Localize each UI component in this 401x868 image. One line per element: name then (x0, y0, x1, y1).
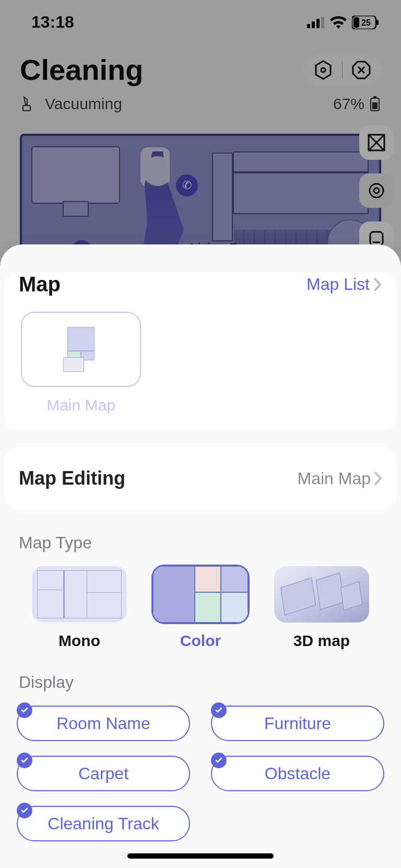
display-chip-furniture[interactable]: Furniture (211, 706, 384, 741)
map-type-3d-thumb (274, 566, 369, 623)
settings-icon[interactable] (313, 60, 334, 80)
display-chip-room-name[interactable]: Room Name (17, 706, 190, 741)
map-type-section-label: Map Type (0, 510, 401, 553)
check-icon (17, 803, 32, 818)
obstacle-badge-icon: ✆ (176, 174, 198, 196)
chip-label: Cleaning Track (48, 814, 159, 834)
map-card-main[interactable] (21, 312, 141, 387)
map-card-label: Main Map (21, 396, 141, 414)
map-type-mono-thumb (32, 566, 127, 623)
map-list-link[interactable]: Map List (306, 275, 382, 294)
svg-rect-0 (307, 24, 310, 28)
map-bottom-sheet: Map Map List Main Map Map Editing Main M… (0, 244, 401, 868)
map-type-mono-label: Mono (58, 632, 100, 650)
no-go-zone-button[interactable] (359, 125, 394, 160)
app-header: Cleaning (0, 32, 401, 91)
svg-rect-1 (312, 21, 315, 28)
chevron-right-icon (373, 277, 382, 292)
svg-point-9 (321, 68, 325, 72)
svg-rect-14 (372, 102, 378, 109)
map-type-color[interactable]: Color (149, 566, 252, 650)
svg-rect-3 (321, 17, 324, 28)
svg-point-19 (374, 188, 379, 193)
sheet-title: Map (19, 273, 61, 296)
map-type-color-label: Color (180, 632, 221, 650)
map-editing-row[interactable]: Map Editing Main Map (4, 447, 397, 510)
tv-furniture (31, 146, 120, 204)
tv-stand (63, 201, 89, 217)
svg-text:25: 25 (361, 18, 371, 27)
svg-rect-20 (370, 232, 383, 245)
cleaning-mode: Vacuuming (45, 95, 122, 113)
page-title: Cleaning (20, 53, 143, 87)
divider (342, 61, 343, 79)
map-thumbnail (63, 327, 99, 372)
status-icons: 25 (307, 16, 379, 29)
map-type-mono[interactable]: Mono (28, 566, 131, 650)
display-chip-obstacle[interactable]: Obstacle (211, 756, 384, 791)
svg-rect-2 (316, 19, 320, 28)
svg-rect-13 (373, 96, 376, 98)
svg-point-18 (370, 184, 383, 197)
svg-rect-5 (376, 20, 379, 25)
check-icon (211, 753, 227, 768)
display-chip-carpet[interactable]: Carpet (17, 756, 190, 791)
check-icon (211, 702, 227, 718)
robot-battery-icon (370, 96, 380, 112)
chip-label: Obstacle (265, 764, 331, 783)
map-type-3d-label: 3D map (293, 632, 350, 650)
cellular-icon (307, 17, 325, 28)
close-icon[interactable] (351, 60, 372, 80)
display-options: Room Name Furniture Carpet Obstacle Clea… (0, 692, 401, 862)
svg-rect-11 (23, 105, 30, 111)
svg-marker-8 (316, 61, 331, 79)
map-editing-value: Main Map (298, 469, 383, 488)
check-icon (17, 753, 32, 768)
display-chip-cleaning-track[interactable]: Cleaning Track (17, 806, 190, 841)
battery-icon: 25 (352, 16, 379, 29)
vacuum-icon (21, 96, 37, 112)
chip-label: Room Name (56, 714, 150, 733)
robot-battery-percent: 67% (333, 95, 364, 113)
locate-robot-button[interactable] (359, 173, 394, 208)
status-bar: 13:18 25 (0, 0, 401, 32)
subheader: Vacuuming 67% (0, 91, 401, 113)
chip-label: Furniture (264, 714, 331, 733)
check-icon (17, 702, 32, 718)
header-actions (303, 54, 381, 86)
saved-maps: Main Map (4, 296, 397, 430)
chip-label: Carpet (78, 764, 128, 783)
svg-rect-6 (353, 17, 359, 28)
sofa-seat (233, 172, 369, 214)
chevron-right-icon (374, 471, 382, 486)
sofa-arm (212, 153, 233, 241)
display-section-label: Display (0, 650, 401, 692)
map-type-options: Mono Color 3D map (0, 553, 401, 650)
map-type-3d[interactable]: 3D map (270, 566, 373, 650)
sofa-back (233, 151, 369, 172)
map-list-label: Map List (306, 275, 370, 294)
wifi-icon (330, 16, 347, 29)
home-indicator[interactable] (127, 853, 274, 859)
map-type-color-thumb (153, 566, 248, 623)
map-overlay-buttons (359, 125, 394, 256)
status-time: 13:18 (31, 13, 74, 32)
map-editing-label: Map Editing (19, 467, 125, 489)
